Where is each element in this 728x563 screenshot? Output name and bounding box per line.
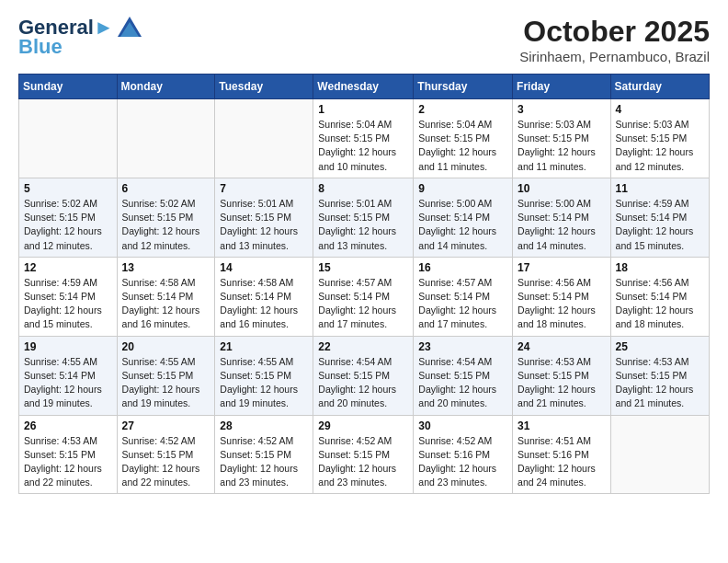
day-number: 11	[616, 182, 704, 195]
calendar-cell: 18Sunrise: 4:56 AM Sunset: 5:14 PM Dayli…	[610, 257, 709, 336]
calendar-cell: 25Sunrise: 4:53 AM Sunset: 5:15 PM Dayli…	[610, 336, 709, 415]
day-number: 10	[518, 182, 606, 195]
day-number: 24	[518, 340, 606, 353]
calendar: SundayMondayTuesdayWednesdayThursdayFrid…	[18, 74, 710, 494]
day-info: Sunrise: 4:58 AM Sunset: 5:14 PM Dayligh…	[220, 276, 308, 332]
day-info: Sunrise: 5:03 AM Sunset: 5:15 PM Dayligh…	[518, 118, 606, 174]
day-info: Sunrise: 4:56 AM Sunset: 5:14 PM Dayligh…	[616, 276, 704, 332]
day-info: Sunrise: 5:04 AM Sunset: 5:15 PM Dayligh…	[418, 118, 507, 174]
day-number: 26	[24, 419, 112, 432]
day-number: 2	[418, 103, 507, 116]
day-info: Sunrise: 4:56 AM Sunset: 5:14 PM Dayligh…	[518, 276, 606, 332]
calendar-week-2: 5Sunrise: 5:02 AM Sunset: 5:15 PM Daylig…	[19, 178, 710, 257]
day-info: Sunrise: 4:52 AM Sunset: 5:15 PM Dayligh…	[220, 434, 308, 490]
day-number: 17	[518, 261, 606, 274]
calendar-cell	[117, 99, 215, 178]
calendar-cell: 7Sunrise: 5:01 AM Sunset: 5:15 PM Daylig…	[215, 178, 313, 257]
calendar-cell	[215, 99, 313, 178]
calendar-cell: 29Sunrise: 4:52 AM Sunset: 5:15 PM Dayli…	[313, 415, 414, 494]
day-info: Sunrise: 5:01 AM Sunset: 5:15 PM Dayligh…	[318, 197, 408, 253]
calendar-week-5: 26Sunrise: 4:53 AM Sunset: 5:15 PM Dayli…	[19, 415, 710, 494]
day-number: 9	[418, 182, 507, 195]
calendar-cell: 9Sunrise: 5:00 AM Sunset: 5:14 PM Daylig…	[414, 178, 513, 257]
day-info: Sunrise: 4:54 AM Sunset: 5:15 PM Dayligh…	[318, 355, 408, 411]
day-info: Sunrise: 4:55 AM Sunset: 5:14 PM Dayligh…	[24, 355, 112, 411]
calendar-cell: 27Sunrise: 4:52 AM Sunset: 5:15 PM Dayli…	[117, 415, 215, 494]
day-info: Sunrise: 4:52 AM Sunset: 5:15 PM Dayligh…	[318, 434, 408, 490]
calendar-cell: 5Sunrise: 5:02 AM Sunset: 5:15 PM Daylig…	[19, 178, 118, 257]
day-number: 1	[318, 103, 408, 116]
day-info: Sunrise: 4:55 AM Sunset: 5:15 PM Dayligh…	[220, 355, 308, 411]
day-number: 4	[616, 103, 704, 116]
calendar-cell: 3Sunrise: 5:03 AM Sunset: 5:15 PM Daylig…	[513, 99, 611, 178]
day-info: Sunrise: 4:53 AM Sunset: 5:15 PM Dayligh…	[616, 355, 704, 411]
logo-icon	[116, 15, 143, 40]
calendar-cell: 4Sunrise: 5:03 AM Sunset: 5:15 PM Daylig…	[610, 99, 709, 178]
calendar-cell: 11Sunrise: 4:59 AM Sunset: 5:14 PM Dayli…	[610, 178, 709, 257]
day-info: Sunrise: 4:59 AM Sunset: 5:14 PM Dayligh…	[24, 276, 112, 332]
day-number: 28	[220, 419, 308, 432]
day-number: 5	[24, 182, 112, 195]
day-info: Sunrise: 4:54 AM Sunset: 5:15 PM Dayligh…	[418, 355, 507, 411]
calendar-cell: 1Sunrise: 5:04 AM Sunset: 5:15 PM Daylig…	[313, 99, 414, 178]
location-title: Sirinhaem, Pernambuco, Brazil	[519, 49, 710, 64]
calendar-week-1: 1Sunrise: 5:04 AM Sunset: 5:15 PM Daylig…	[19, 99, 710, 178]
day-info: Sunrise: 5:01 AM Sunset: 5:15 PM Dayligh…	[220, 197, 308, 253]
day-number: 8	[318, 182, 408, 195]
day-info: Sunrise: 4:53 AM Sunset: 5:15 PM Dayligh…	[24, 434, 112, 490]
calendar-cell: 6Sunrise: 5:02 AM Sunset: 5:15 PM Daylig…	[117, 178, 215, 257]
calendar-header-monday: Monday	[117, 75, 215, 99]
calendar-cell	[610, 415, 709, 494]
day-number: 23	[418, 340, 507, 353]
calendar-cell: 21Sunrise: 4:55 AM Sunset: 5:15 PM Dayli…	[215, 336, 313, 415]
calendar-cell: 15Sunrise: 4:57 AM Sunset: 5:14 PM Dayli…	[313, 257, 414, 336]
day-number: 27	[122, 419, 210, 432]
day-info: Sunrise: 5:02 AM Sunset: 5:15 PM Dayligh…	[122, 197, 210, 253]
calendar-header-row: SundayMondayTuesdayWednesdayThursdayFrid…	[19, 75, 710, 99]
calendar-cell: 30Sunrise: 4:52 AM Sunset: 5:16 PM Dayli…	[414, 415, 513, 494]
logo: General► Blue	[18, 15, 143, 55]
day-number: 22	[318, 340, 408, 353]
title-block: October 2025 Sirinhaem, Pernambuco, Braz…	[519, 15, 710, 64]
day-info: Sunrise: 5:04 AM Sunset: 5:15 PM Dayligh…	[318, 118, 408, 174]
day-number: 19	[24, 340, 112, 353]
day-info: Sunrise: 5:00 AM Sunset: 5:14 PM Dayligh…	[418, 197, 507, 253]
calendar-header-thursday: Thursday	[414, 75, 513, 99]
day-info: Sunrise: 4:59 AM Sunset: 5:14 PM Dayligh…	[616, 197, 704, 253]
day-number: 16	[418, 261, 507, 274]
calendar-cell: 26Sunrise: 4:53 AM Sunset: 5:15 PM Dayli…	[19, 415, 118, 494]
day-info: Sunrise: 4:52 AM Sunset: 5:16 PM Dayligh…	[418, 434, 507, 490]
header: General► Blue October 2025 Sirinhaem, Pe…	[18, 15, 710, 64]
day-info: Sunrise: 4:53 AM Sunset: 5:15 PM Dayligh…	[518, 355, 606, 411]
day-number: 12	[24, 261, 112, 274]
calendar-cell: 14Sunrise: 4:58 AM Sunset: 5:14 PM Dayli…	[215, 257, 313, 336]
day-info: Sunrise: 4:55 AM Sunset: 5:15 PM Dayligh…	[122, 355, 210, 411]
calendar-header-wednesday: Wednesday	[313, 75, 414, 99]
calendar-cell: 8Sunrise: 5:01 AM Sunset: 5:15 PM Daylig…	[313, 178, 414, 257]
day-number: 25	[616, 340, 704, 353]
page: General► Blue October 2025 Sirinhaem, Pe…	[0, 0, 728, 509]
calendar-week-4: 19Sunrise: 4:55 AM Sunset: 5:14 PM Dayli…	[19, 336, 710, 415]
calendar-cell: 16Sunrise: 4:57 AM Sunset: 5:14 PM Dayli…	[414, 257, 513, 336]
day-number: 14	[220, 261, 308, 274]
day-number: 18	[616, 261, 704, 274]
day-info: Sunrise: 4:58 AM Sunset: 5:14 PM Dayligh…	[122, 276, 210, 332]
calendar-header-friday: Friday	[513, 75, 611, 99]
calendar-header-saturday: Saturday	[610, 75, 709, 99]
month-title: October 2025	[519, 15, 710, 49]
day-number: 31	[518, 419, 606, 432]
day-number: 29	[318, 419, 408, 432]
calendar-cell: 23Sunrise: 4:54 AM Sunset: 5:15 PM Dayli…	[414, 336, 513, 415]
calendar-cell: 24Sunrise: 4:53 AM Sunset: 5:15 PM Dayli…	[513, 336, 611, 415]
day-info: Sunrise: 5:03 AM Sunset: 5:15 PM Dayligh…	[616, 118, 704, 174]
calendar-cell: 10Sunrise: 5:00 AM Sunset: 5:14 PM Dayli…	[513, 178, 611, 257]
calendar-cell: 2Sunrise: 5:04 AM Sunset: 5:15 PM Daylig…	[414, 99, 513, 178]
calendar-header-tuesday: Tuesday	[215, 75, 313, 99]
calendar-cell: 20Sunrise: 4:55 AM Sunset: 5:15 PM Dayli…	[117, 336, 215, 415]
day-info: Sunrise: 4:57 AM Sunset: 5:14 PM Dayligh…	[318, 276, 408, 332]
calendar-header-sunday: Sunday	[19, 75, 118, 99]
calendar-cell	[19, 99, 118, 178]
calendar-cell: 31Sunrise: 4:51 AM Sunset: 5:16 PM Dayli…	[513, 415, 611, 494]
calendar-cell: 28Sunrise: 4:52 AM Sunset: 5:15 PM Dayli…	[215, 415, 313, 494]
day-number: 15	[318, 261, 408, 274]
